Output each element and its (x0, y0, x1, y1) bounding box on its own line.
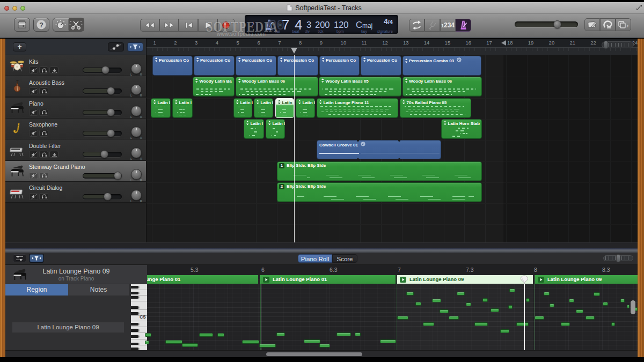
svg-text:?: ? (39, 21, 43, 29)
svg-text:♪: ♪ (626, 23, 629, 28)
